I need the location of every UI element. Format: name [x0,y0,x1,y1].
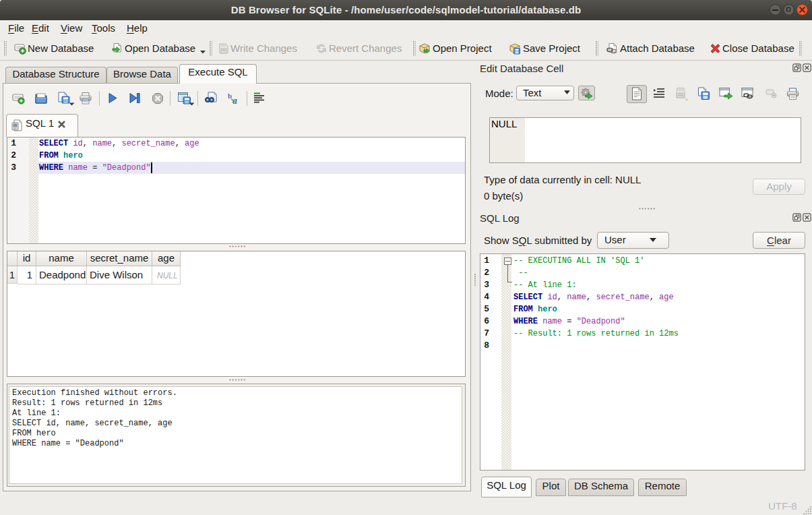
svg-text:b: b [228,92,232,100]
